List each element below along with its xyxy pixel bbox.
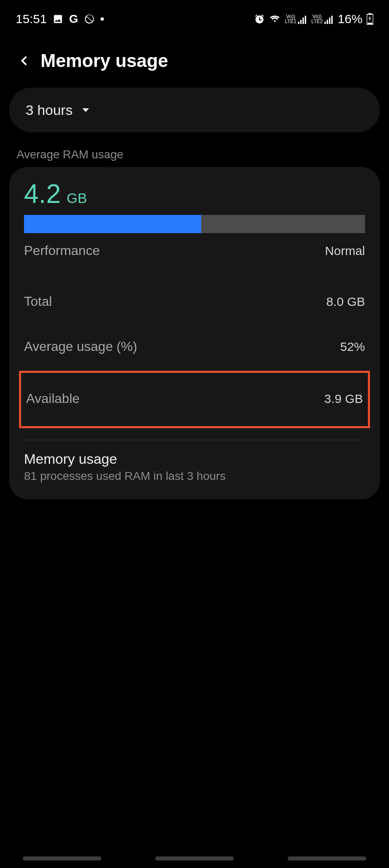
gesture-home[interactable] bbox=[155, 856, 234, 861]
ram-bar-fill bbox=[24, 215, 201, 233]
available-label: Available bbox=[26, 391, 79, 406]
memory-usage-link[interactable]: Memory usage 81 processes used RAM in la… bbox=[24, 449, 365, 486]
alarm-icon bbox=[254, 14, 265, 24]
battery-text: 16% bbox=[338, 12, 363, 26]
battery-charging-icon bbox=[367, 13, 373, 25]
page-title: Memory usage bbox=[41, 50, 168, 71]
signal-icon bbox=[298, 16, 307, 24]
row-performance: Performance Normal bbox=[24, 233, 365, 279]
signal-icon bbox=[324, 16, 334, 24]
ram-card: 4.2 GB Performance Normal Total 8.0 GB A… bbox=[9, 167, 380, 499]
status-right: Vo))LTE1 Vo))LTE2 16% bbox=[254, 12, 373, 26]
total-value: 8.0 GB bbox=[327, 295, 365, 309]
gesture-bar[interactable] bbox=[0, 856, 389, 861]
back-icon[interactable] bbox=[17, 54, 31, 68]
gesture-back[interactable] bbox=[288, 856, 366, 861]
status-left: 15:51 G bbox=[16, 12, 104, 26]
performance-label: Performance bbox=[24, 243, 100, 258]
avg-pct-label: Average usage (%) bbox=[24, 339, 137, 354]
performance-value: Normal bbox=[325, 244, 365, 258]
memory-usage-link-title: Memory usage bbox=[24, 451, 365, 467]
app-bar: Memory usage bbox=[0, 32, 389, 83]
do-not-disturb-icon bbox=[84, 14, 95, 24]
ram-unit: GB bbox=[67, 190, 87, 206]
avg-pct-value: 52% bbox=[340, 340, 365, 354]
ram-value: 4.2 bbox=[24, 179, 61, 209]
svg-rect-1 bbox=[368, 13, 372, 14]
dot-icon bbox=[101, 17, 104, 21]
sim2-indicator: Vo))LTE2 bbox=[311, 14, 334, 24]
row-total: Total 8.0 GB bbox=[24, 279, 365, 324]
ram-bar bbox=[24, 215, 365, 233]
row-available-highlighted: Available 3.9 GB bbox=[19, 371, 370, 428]
chevron-down-icon bbox=[81, 105, 91, 115]
status-bar: 15:51 G Vo))LTE1 Vo))LTE2 16% bbox=[0, 0, 389, 32]
row-avg-pct: Average usage (%) 52% bbox=[24, 324, 365, 369]
gesture-recent[interactable] bbox=[23, 856, 101, 861]
avg-ram-label: Average RAM usage bbox=[17, 148, 372, 161]
wifi-icon bbox=[269, 13, 281, 25]
google-icon: G bbox=[69, 12, 78, 26]
total-label: Total bbox=[24, 294, 52, 309]
sim1-indicator: Vo))LTE1 bbox=[285, 14, 307, 24]
time-period-value: 3 hours bbox=[26, 102, 72, 118]
divider bbox=[24, 440, 365, 440]
available-value: 3.9 GB bbox=[324, 392, 363, 406]
time-period-dropdown[interactable]: 3 hours bbox=[9, 88, 380, 132]
memory-usage-link-sub: 81 processes used RAM in last 3 hours bbox=[24, 470, 365, 483]
status-time: 15:51 bbox=[16, 12, 47, 26]
picture-icon bbox=[53, 14, 63, 24]
svg-rect-2 bbox=[367, 23, 372, 24]
ram-headline: 4.2 GB bbox=[24, 179, 365, 209]
